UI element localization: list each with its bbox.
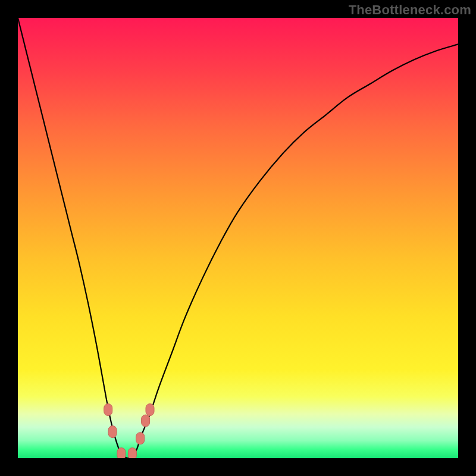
watermark-text: TheBottleneck.com	[349, 2, 471, 18]
background-gradient	[18, 18, 458, 458]
chart-frame	[18, 18, 458, 458]
